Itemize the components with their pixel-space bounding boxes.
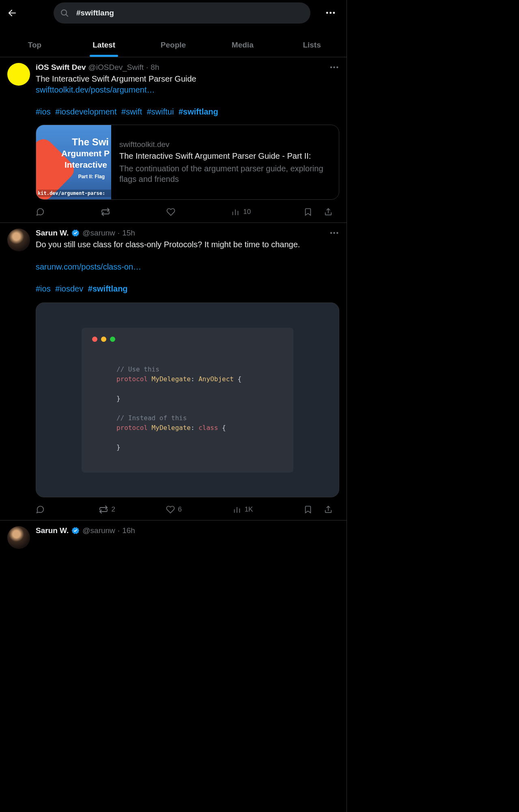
author-handle[interactable]: @sarunw [82,526,115,535]
share-icon [324,505,333,514]
code-window: // Use this protocol MyDelegate: AnyObje… [82,328,293,473]
hashtag[interactable]: #swift [121,107,142,116]
tab-lists[interactable]: Lists [277,33,347,57]
tweet-text: Do you still use class for class-only Pr… [36,239,339,250]
reply-icon [36,505,45,514]
search-header: ••• [0,0,347,26]
back-button[interactable] [5,6,19,20]
search-tabs: Top Latest People Media Lists [0,33,347,57]
avatar[interactable] [7,63,30,86]
search-box[interactable] [54,2,310,24]
verified-badge-icon [71,229,80,238]
arrow-left-icon [7,8,17,18]
tweet-link[interactable]: swifttoolkit.dev/posts/argument… [36,85,155,94]
tweet-actions: 2 6 1K [36,505,336,514]
retweet-icon [101,207,110,217]
author-name[interactable]: Sarun W. [36,526,69,535]
tweet-time[interactable]: 15h [122,229,135,238]
tweet[interactable]: Sarun W. @sarunw · 16h [0,520,347,555]
views-button[interactable]: 10 [231,207,251,216]
hashtags: #ios #iosdevelopment #swift #swiftui #sw… [36,106,339,117]
hashtag[interactable]: #ios [36,284,51,293]
card-title: The Interactive Swift Argument Parser Gu… [119,151,331,161]
reply-button[interactable] [36,505,48,514]
hashtag[interactable]: #ios [36,107,51,116]
author-handle[interactable]: @sarunw [82,229,115,238]
author-handle[interactable]: @iOSDev_Swift [88,63,144,72]
chart-icon [233,505,241,514]
tab-people[interactable]: People [139,33,208,57]
tab-top[interactable]: Top [0,33,69,57]
search-icon [60,9,69,17]
like-count: 6 [178,505,182,514]
like-button[interactable] [166,207,179,216]
avatar[interactable] [7,229,30,251]
svg-line-2 [66,14,68,16]
tweet-header: iOS Swift Dev @iOSDev_Swift · 8h ••• [36,63,339,72]
header-more-button[interactable]: ••• [320,9,342,17]
minimize-dot-icon [101,337,106,342]
tweet-text: The Interactive Swift Argument Parser Gu… [36,73,339,84]
tweet-time[interactable]: 16h [122,526,135,535]
chart-icon [231,207,240,216]
code-content: // Use this protocol MyDelegate: AnyObje… [116,365,283,452]
retweet-icon [99,505,108,514]
bookmark-icon [304,207,312,216]
heart-icon [166,207,175,216]
tweet-header: Sarun W. @sarunw · 15h ••• [36,229,339,238]
search-input[interactable] [76,9,304,17]
views-count: 10 [243,208,251,216]
bookmark-button[interactable] [304,505,312,514]
hashtag[interactable]: #swiftlang [179,107,218,116]
hashtag[interactable]: #iosdevelopment [55,107,116,116]
card-meta: swifttoolkit.dev The Interactive Swift A… [111,125,339,199]
tab-media[interactable]: Media [208,33,277,57]
retweet-button[interactable]: 2 [99,505,115,514]
card-description: The continuation of the argument parser … [119,163,331,184]
bookmark-icon [304,505,312,514]
link-preview-card[interactable]: The Swi Argument P Interactive Part II: … [36,125,339,200]
heart-icon [166,505,175,514]
bookmark-button[interactable] [304,207,312,216]
retweet-button[interactable] [101,207,114,217]
close-dot-icon [92,337,97,342]
like-button[interactable]: 6 [166,505,182,514]
tab-latest[interactable]: Latest [69,33,139,57]
hashtag[interactable]: #swiftlang [88,284,128,293]
tweet-link[interactable]: sarunw.com/posts/class-on… [36,262,141,271]
views-count: 1K [245,505,253,514]
tweet-header: Sarun W. @sarunw · 16h [36,526,339,535]
share-button[interactable] [324,505,333,514]
tweet-actions: 10 [36,207,336,217]
avatar[interactable] [7,526,30,549]
tweet-more-button[interactable]: ••• [330,229,339,237]
verified-badge-icon [71,526,80,535]
author-name[interactable]: iOS Swift Dev [36,63,86,72]
retweet-count: 2 [112,505,115,514]
tweet[interactable]: Sarun W. @sarunw · 15h ••• Do you still … [0,223,347,520]
reply-button[interactable] [36,207,48,216]
window-controls [92,337,283,342]
hashtag[interactable]: #swiftui [147,107,174,116]
hashtags: #ios #iosdev #swiftlang [36,283,339,294]
author-name[interactable]: Sarun W. [36,229,69,238]
share-icon [324,207,333,216]
views-button[interactable]: 1K [233,505,253,514]
tweet-time[interactable]: 8h [151,63,159,72]
card-thumbnail: The Swi Argument P Interactive Part II: … [36,125,111,199]
reply-icon [36,207,45,216]
share-button[interactable] [324,207,333,216]
tweet[interactable]: iOS Swift Dev @iOSDev_Swift · 8h ••• The… [0,57,347,223]
tweet-more-button[interactable]: ••• [330,64,339,71]
maximize-dot-icon [110,337,115,342]
card-domain: swifttoolkit.dev [119,140,331,149]
hashtag[interactable]: #iosdev [55,284,83,293]
code-image[interactable]: // Use this protocol MyDelegate: AnyObje… [36,302,339,497]
